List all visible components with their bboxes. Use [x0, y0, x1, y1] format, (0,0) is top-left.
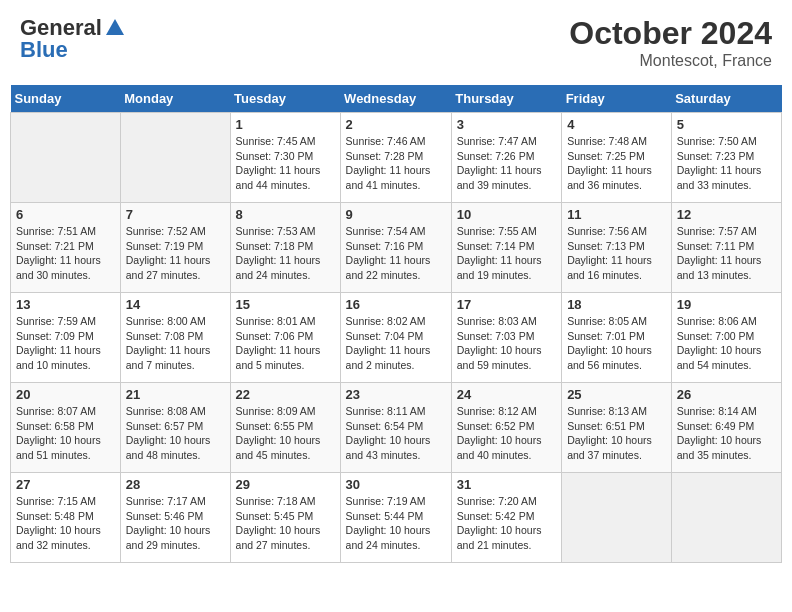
- day-cell: 2Sunrise: 7:46 AM Sunset: 7:28 PM Daylig…: [340, 113, 451, 203]
- day-cell: 27Sunrise: 7:15 AM Sunset: 5:48 PM Dayli…: [11, 473, 121, 563]
- day-number: 30: [346, 477, 446, 492]
- week-row-2: 6Sunrise: 7:51 AM Sunset: 7:21 PM Daylig…: [11, 203, 782, 293]
- day-number: 23: [346, 387, 446, 402]
- day-cell: 21Sunrise: 8:08 AM Sunset: 6:57 PM Dayli…: [120, 383, 230, 473]
- week-row-4: 20Sunrise: 8:07 AM Sunset: 6:58 PM Dayli…: [11, 383, 782, 473]
- day-cell: 19Sunrise: 8:06 AM Sunset: 7:00 PM Dayli…: [671, 293, 781, 383]
- day-info: Sunrise: 8:14 AM Sunset: 6:49 PM Dayligh…: [677, 404, 776, 463]
- day-cell: 12Sunrise: 7:57 AM Sunset: 7:11 PM Dayli…: [671, 203, 781, 293]
- col-header-sunday: Sunday: [11, 85, 121, 113]
- day-cell: 3Sunrise: 7:47 AM Sunset: 7:26 PM Daylig…: [451, 113, 561, 203]
- day-info: Sunrise: 7:46 AM Sunset: 7:28 PM Dayligh…: [346, 134, 446, 193]
- day-cell: [562, 473, 672, 563]
- day-cell: 25Sunrise: 8:13 AM Sunset: 6:51 PM Dayli…: [562, 383, 672, 473]
- day-info: Sunrise: 8:00 AM Sunset: 7:08 PM Dayligh…: [126, 314, 225, 373]
- day-cell: 20Sunrise: 8:07 AM Sunset: 6:58 PM Dayli…: [11, 383, 121, 473]
- day-number: 5: [677, 117, 776, 132]
- day-number: 15: [236, 297, 335, 312]
- day-info: Sunrise: 7:54 AM Sunset: 7:16 PM Dayligh…: [346, 224, 446, 283]
- day-number: 22: [236, 387, 335, 402]
- day-info: Sunrise: 7:18 AM Sunset: 5:45 PM Dayligh…: [236, 494, 335, 553]
- day-cell: 9Sunrise: 7:54 AM Sunset: 7:16 PM Daylig…: [340, 203, 451, 293]
- col-header-wednesday: Wednesday: [340, 85, 451, 113]
- day-cell: 10Sunrise: 7:55 AM Sunset: 7:14 PM Dayli…: [451, 203, 561, 293]
- day-info: Sunrise: 7:48 AM Sunset: 7:25 PM Dayligh…: [567, 134, 666, 193]
- day-number: 8: [236, 207, 335, 222]
- day-number: 21: [126, 387, 225, 402]
- day-info: Sunrise: 7:45 AM Sunset: 7:30 PM Dayligh…: [236, 134, 335, 193]
- day-cell: 23Sunrise: 8:11 AM Sunset: 6:54 PM Dayli…: [340, 383, 451, 473]
- day-cell: 1Sunrise: 7:45 AM Sunset: 7:30 PM Daylig…: [230, 113, 340, 203]
- logo-icon: [104, 17, 126, 39]
- day-cell: 24Sunrise: 8:12 AM Sunset: 6:52 PM Dayli…: [451, 383, 561, 473]
- day-info: Sunrise: 7:17 AM Sunset: 5:46 PM Dayligh…: [126, 494, 225, 553]
- col-header-friday: Friday: [562, 85, 672, 113]
- day-info: Sunrise: 7:56 AM Sunset: 7:13 PM Dayligh…: [567, 224, 666, 283]
- day-cell: 15Sunrise: 8:01 AM Sunset: 7:06 PM Dayli…: [230, 293, 340, 383]
- day-number: 13: [16, 297, 115, 312]
- month-title: October 2024: [569, 15, 772, 52]
- day-number: 12: [677, 207, 776, 222]
- day-cell: 7Sunrise: 7:52 AM Sunset: 7:19 PM Daylig…: [120, 203, 230, 293]
- day-cell: 22Sunrise: 8:09 AM Sunset: 6:55 PM Dayli…: [230, 383, 340, 473]
- day-number: 4: [567, 117, 666, 132]
- day-cell: 29Sunrise: 7:18 AM Sunset: 5:45 PM Dayli…: [230, 473, 340, 563]
- day-number: 29: [236, 477, 335, 492]
- day-number: 28: [126, 477, 225, 492]
- day-number: 6: [16, 207, 115, 222]
- week-row-1: 1Sunrise: 7:45 AM Sunset: 7:30 PM Daylig…: [11, 113, 782, 203]
- calendar-table: SundayMondayTuesdayWednesdayThursdayFrid…: [10, 85, 782, 563]
- day-info: Sunrise: 7:55 AM Sunset: 7:14 PM Dayligh…: [457, 224, 556, 283]
- day-cell: 4Sunrise: 7:48 AM Sunset: 7:25 PM Daylig…: [562, 113, 672, 203]
- day-number: 31: [457, 477, 556, 492]
- location: Montescot, France: [569, 52, 772, 70]
- day-info: Sunrise: 7:52 AM Sunset: 7:19 PM Dayligh…: [126, 224, 225, 283]
- page-header: General Blue October 2024 Montescot, Fra…: [10, 10, 782, 75]
- day-cell: [11, 113, 121, 203]
- day-number: 14: [126, 297, 225, 312]
- day-number: 20: [16, 387, 115, 402]
- day-cell: 6Sunrise: 7:51 AM Sunset: 7:21 PM Daylig…: [11, 203, 121, 293]
- day-info: Sunrise: 8:08 AM Sunset: 6:57 PM Dayligh…: [126, 404, 225, 463]
- day-info: Sunrise: 7:57 AM Sunset: 7:11 PM Dayligh…: [677, 224, 776, 283]
- day-info: Sunrise: 8:06 AM Sunset: 7:00 PM Dayligh…: [677, 314, 776, 373]
- day-number: 9: [346, 207, 446, 222]
- day-info: Sunrise: 8:02 AM Sunset: 7:04 PM Dayligh…: [346, 314, 446, 373]
- day-cell: 8Sunrise: 7:53 AM Sunset: 7:18 PM Daylig…: [230, 203, 340, 293]
- day-number: 1: [236, 117, 335, 132]
- logo: General Blue: [20, 15, 126, 63]
- col-header-tuesday: Tuesday: [230, 85, 340, 113]
- day-info: Sunrise: 8:12 AM Sunset: 6:52 PM Dayligh…: [457, 404, 556, 463]
- day-info: Sunrise: 7:47 AM Sunset: 7:26 PM Dayligh…: [457, 134, 556, 193]
- svg-marker-0: [106, 19, 124, 35]
- day-number: 24: [457, 387, 556, 402]
- day-info: Sunrise: 7:50 AM Sunset: 7:23 PM Dayligh…: [677, 134, 776, 193]
- day-number: 10: [457, 207, 556, 222]
- day-info: Sunrise: 8:03 AM Sunset: 7:03 PM Dayligh…: [457, 314, 556, 373]
- day-cell: 26Sunrise: 8:14 AM Sunset: 6:49 PM Dayli…: [671, 383, 781, 473]
- day-number: 3: [457, 117, 556, 132]
- header-row: SundayMondayTuesdayWednesdayThursdayFrid…: [11, 85, 782, 113]
- day-info: Sunrise: 8:09 AM Sunset: 6:55 PM Dayligh…: [236, 404, 335, 463]
- day-cell: 30Sunrise: 7:19 AM Sunset: 5:44 PM Dayli…: [340, 473, 451, 563]
- day-cell: 11Sunrise: 7:56 AM Sunset: 7:13 PM Dayli…: [562, 203, 672, 293]
- day-info: Sunrise: 7:15 AM Sunset: 5:48 PM Dayligh…: [16, 494, 115, 553]
- day-cell: 14Sunrise: 8:00 AM Sunset: 7:08 PM Dayli…: [120, 293, 230, 383]
- day-number: 11: [567, 207, 666, 222]
- col-header-monday: Monday: [120, 85, 230, 113]
- day-info: Sunrise: 7:59 AM Sunset: 7:09 PM Dayligh…: [16, 314, 115, 373]
- day-number: 7: [126, 207, 225, 222]
- week-row-5: 27Sunrise: 7:15 AM Sunset: 5:48 PM Dayli…: [11, 473, 782, 563]
- day-cell: [120, 113, 230, 203]
- day-info: Sunrise: 8:13 AM Sunset: 6:51 PM Dayligh…: [567, 404, 666, 463]
- day-info: Sunrise: 7:19 AM Sunset: 5:44 PM Dayligh…: [346, 494, 446, 553]
- day-cell: 17Sunrise: 8:03 AM Sunset: 7:03 PM Dayli…: [451, 293, 561, 383]
- day-info: Sunrise: 7:53 AM Sunset: 7:18 PM Dayligh…: [236, 224, 335, 283]
- day-info: Sunrise: 8:01 AM Sunset: 7:06 PM Dayligh…: [236, 314, 335, 373]
- day-number: 26: [677, 387, 776, 402]
- day-number: 25: [567, 387, 666, 402]
- day-info: Sunrise: 8:11 AM Sunset: 6:54 PM Dayligh…: [346, 404, 446, 463]
- title-block: October 2024 Montescot, France: [569, 15, 772, 70]
- day-cell: 18Sunrise: 8:05 AM Sunset: 7:01 PM Dayli…: [562, 293, 672, 383]
- day-info: Sunrise: 8:07 AM Sunset: 6:58 PM Dayligh…: [16, 404, 115, 463]
